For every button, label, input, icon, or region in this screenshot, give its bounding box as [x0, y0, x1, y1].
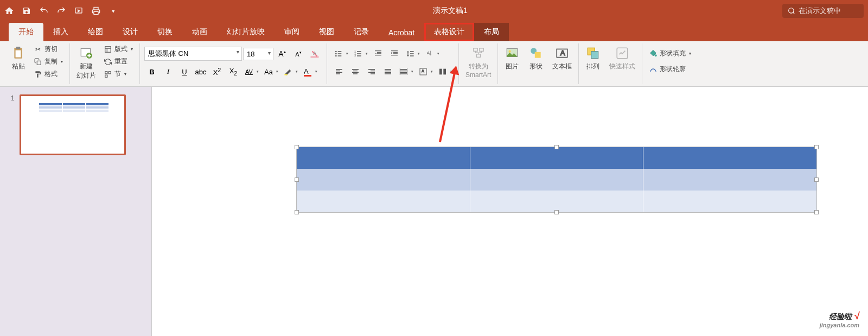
window-title: 演示文稿1: [118, 6, 782, 16]
tab-insert[interactable]: 插入: [43, 23, 78, 41]
align-left-button[interactable]: [331, 65, 347, 79]
home-icon[interactable]: [4, 6, 14, 16]
section-button[interactable]: 节▾: [101, 68, 135, 80]
print-icon[interactable]: [91, 6, 101, 16]
change-case-button[interactable]: Aa: [261, 65, 280, 79]
resize-handle-e[interactable]: [814, 177, 819, 182]
slideshow-icon[interactable]: [74, 6, 84, 16]
undo-icon[interactable]: [39, 6, 49, 16]
tab-transitions[interactable]: 切换: [148, 23, 182, 41]
text-direction-button[interactable]: A: [423, 47, 441, 61]
resize-handle-ne[interactable]: [814, 145, 819, 149]
tab-table-design[interactable]: 表格设计: [424, 23, 474, 41]
table-cell[interactable]: [643, 147, 816, 169]
bullets-button[interactable]: [331, 47, 350, 61]
superscript-button[interactable]: X2: [209, 65, 225, 79]
table-cell[interactable]: [643, 191, 816, 212]
resize-handle-n[interactable]: [554, 145, 559, 149]
table-cell[interactable]: [297, 169, 470, 191]
decrease-font-button[interactable]: A▾: [291, 47, 306, 61]
table-cell[interactable]: [297, 147, 470, 169]
shape-outline-icon: [649, 65, 658, 74]
search-box[interactable]: 在演示文稿中: [782, 4, 864, 18]
textbox-button[interactable]: A文本框: [550, 43, 574, 73]
resize-handle-w[interactable]: [295, 177, 299, 182]
strikethrough-button[interactable]: abc: [193, 65, 208, 79]
font-group: 思源黑体 CN 18 A▴ A▾ A B I U abc X2 X2 AV Aa…: [140, 43, 327, 84]
svg-rect-24: [439, 69, 442, 75]
main-area: 1: [0, 87, 868, 336]
svg-point-30: [509, 50, 511, 53]
table-row[interactable]: [297, 191, 816, 212]
line-spacing-button[interactable]: [403, 47, 422, 61]
justify-button[interactable]: [380, 65, 395, 79]
redo-icon[interactable]: [56, 6, 66, 16]
resize-handle-s[interactable]: [554, 210, 559, 214]
table-cell[interactable]: [470, 169, 644, 191]
quick-access-toolbar: ▾: [4, 6, 118, 16]
font-size-select[interactable]: 18: [243, 48, 273, 60]
align-center-button[interactable]: [348, 65, 363, 79]
character-spacing-button[interactable]: AV: [242, 65, 260, 79]
format-painter-button[interactable]: 格式: [31, 68, 65, 80]
increase-font-button[interactable]: A▴: [275, 47, 290, 61]
slide-thumbnail-1[interactable]: [20, 94, 126, 155]
resize-handle-se[interactable]: [814, 210, 819, 214]
resize-handle-sw[interactable]: [295, 210, 299, 214]
tab-record[interactable]: 记录: [344, 23, 379, 41]
picture-button[interactable]: 图片: [502, 43, 522, 73]
reset-button[interactable]: 重置: [101, 56, 135, 67]
subscript-button[interactable]: X2: [226, 65, 241, 79]
table-cell[interactable]: [297, 191, 470, 212]
customize-qat-icon[interactable]: ▾: [108, 6, 118, 16]
table-cell[interactable]: [643, 169, 816, 191]
shape-fill-button[interactable]: 形状填充▾: [647, 48, 693, 59]
distributed-button[interactable]: [397, 65, 415, 79]
bold-button[interactable]: B: [144, 65, 159, 79]
underline-button[interactable]: U: [177, 65, 192, 79]
italic-button[interactable]: I: [161, 65, 176, 79]
copy-button[interactable]: 复制▾: [31, 56, 65, 67]
align-right-button[interactable]: [364, 65, 379, 79]
format-painter-icon: [34, 70, 42, 79]
table-cell[interactable]: [470, 147, 644, 169]
tab-view[interactable]: 视图: [309, 23, 344, 41]
table-cell[interactable]: [470, 191, 644, 212]
resize-handle-nw[interactable]: [295, 145, 299, 149]
tab-draw[interactable]: 绘图: [78, 23, 113, 41]
shapes-button[interactable]: 形状: [526, 43, 546, 73]
tab-animations[interactable]: 动画: [182, 23, 217, 41]
shape-outline-button[interactable]: 形状轮廓: [647, 64, 693, 75]
thumbnail-table-preview: [39, 103, 109, 112]
slide-canvas[interactable]: [152, 87, 868, 336]
font-color-button[interactable]: A: [301, 65, 319, 79]
arrange-button[interactable]: 排列: [583, 43, 603, 73]
table-row[interactable]: [297, 169, 816, 191]
svg-point-17: [335, 55, 337, 57]
tab-review[interactable]: 审阅: [275, 23, 309, 41]
decrease-indent-button[interactable]: [371, 47, 386, 61]
font-family-select[interactable]: 思源黑体 CN: [144, 47, 242, 61]
new-slide-button[interactable]: 新建 幻灯片: [74, 43, 98, 83]
slide-thumbnails-panel[interactable]: 1: [0, 87, 152, 336]
paste-button[interactable]: 粘贴: [9, 43, 28, 80]
tab-design[interactable]: 设计: [113, 23, 148, 41]
numbering-button[interactable]: 123: [351, 47, 369, 61]
clear-format-button[interactable]: A: [307, 47, 322, 61]
quick-style-button[interactable]: 快速样式: [607, 43, 637, 73]
tab-layout[interactable]: 布局: [474, 23, 509, 41]
save-icon[interactable]: [22, 6, 31, 16]
columns-button[interactable]: [436, 65, 454, 79]
selected-table[interactable]: [296, 147, 817, 213]
increase-indent-button[interactable]: [387, 47, 402, 61]
highlight-button[interactable]: [281, 65, 299, 79]
tab-acrobat[interactable]: Acrobat: [379, 24, 424, 41]
layout-button[interactable]: 版式▾: [101, 43, 135, 55]
cut-button[interactable]: ✂剪切: [31, 43, 65, 55]
table-row[interactable]: [297, 147, 816, 169]
convert-smartart-button[interactable]: 转换为 SmartArt: [463, 43, 493, 81]
tab-home[interactable]: 开始: [9, 23, 43, 41]
align-text-button[interactable]: A: [416, 65, 435, 79]
tab-slideshow[interactable]: 幻灯片放映: [217, 23, 275, 41]
ribbon: 粘贴 ✂剪切 复制▾ 格式 新建 幻灯片 版式▾ 重置 节▾ 思源黑体 CN 1: [0, 41, 868, 87]
